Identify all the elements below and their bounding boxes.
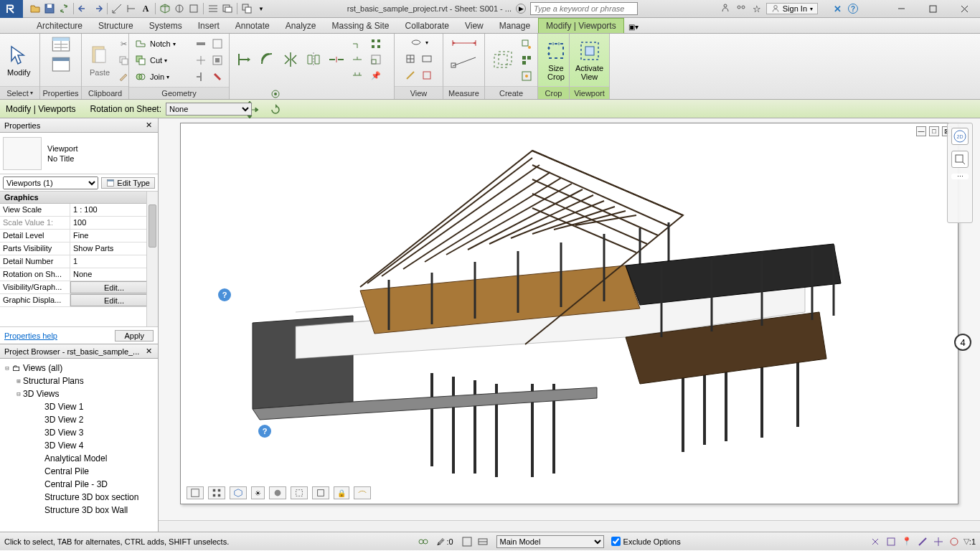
trim-corner-icon[interactable] — [350, 37, 364, 51]
measure-between-icon[interactable] — [450, 54, 479, 70]
app-logo[interactable] — [0, 0, 23, 18]
editable-only-icon[interactable] — [461, 535, 473, 548]
lock-3d-control[interactable]: 🔒 — [334, 486, 349, 499]
tree-item[interactable]: Central Pile - 3D — [1, 478, 156, 491]
sun-path-control[interactable]: ☀ — [251, 486, 265, 499]
modify-tool-button[interactable]: Modify — [4, 42, 33, 78]
trim-single-icon[interactable] — [350, 52, 364, 67]
offset-button[interactable] — [258, 50, 277, 69]
canvas-hscroll[interactable] — [159, 520, 980, 532]
detail-level-control[interactable] — [208, 486, 225, 499]
mirror-axis-button[interactable] — [281, 50, 300, 69]
customize-qat-icon[interactable]: ▼ — [255, 2, 268, 15]
exchange-icon[interactable]: ✕ — [831, 2, 844, 15]
select-links-icon[interactable] — [869, 535, 882, 548]
filter-icon[interactable]: ▽ — [963, 537, 969, 546]
undo-icon[interactable] — [77, 2, 90, 15]
sync-icon[interactable] — [57, 2, 70, 15]
viewport-maximize-icon[interactable]: □ — [929, 126, 939, 136]
align-button[interactable] — [235, 50, 254, 69]
linework-icon[interactable] — [420, 52, 434, 66]
steering-wheel-icon[interactable]: 2D — [951, 128, 969, 145]
copy-icon[interactable] — [116, 53, 131, 67]
tree-root[interactable]: ⊟🗀Views (all) — [1, 362, 156, 375]
tree-item[interactable]: Analytical Model — [1, 452, 156, 465]
drag-elements-icon[interactable] — [932, 535, 945, 548]
panel-select[interactable]: Select — [0, 86, 39, 99]
select-underlay-icon[interactable] — [885, 535, 897, 548]
edit-type-button[interactable]: Edit Type — [101, 177, 155, 189]
notch-icon[interactable] — [133, 37, 148, 51]
hide-icon[interactable] — [409, 35, 423, 50]
dimension-icon[interactable] — [450, 35, 479, 51]
zoom-region-icon[interactable] — [951, 151, 969, 168]
3d-icon[interactable] — [159, 2, 171, 15]
match-icon[interactable] — [116, 69, 131, 83]
select-face-icon[interactable] — [916, 535, 929, 548]
section-icon[interactable] — [173, 2, 186, 15]
crop-view-control[interactable] — [291, 486, 308, 499]
demolish-icon[interactable] — [420, 68, 434, 83]
open-icon[interactable] — [29, 2, 42, 15]
help-bubble-icon[interactable]: ? — [218, 288, 231, 301]
tree-item[interactable]: Structure 3D box Wall — [1, 504, 156, 517]
rotate-button[interactable] — [268, 103, 283, 117]
tree-item[interactable]: 3D View 1 — [1, 400, 156, 413]
pin-icon[interactable]: 📌 — [369, 68, 383, 83]
split-face-icon[interactable] — [194, 53, 208, 67]
tab-annotate[interactable]: Annotate — [227, 18, 278, 33]
tab-collaborate[interactable]: Collaborate — [397, 18, 457, 33]
drawing-canvas[interactable]: — □ ⊠ — [159, 118, 980, 532]
tree-structural-plans[interactable]: ⊞Structural Plans — [1, 375, 156, 387]
tab-view[interactable]: View — [457, 18, 491, 33]
prop-row[interactable]: Scale Value 1:100 — [0, 217, 158, 230]
create-assembly-icon[interactable] — [519, 69, 534, 83]
background-icon[interactable] — [948, 535, 961, 548]
help-icon[interactable]: ? — [847, 2, 859, 15]
shadows-control[interactable] — [269, 486, 286, 499]
tab-massing[interactable]: Massing & Site — [324, 18, 397, 33]
instance-filter[interactable]: Viewports (1) — [3, 176, 98, 189]
cut-icon[interactable]: ✂ — [116, 37, 131, 52]
join-icon[interactable] — [133, 70, 148, 84]
tree-item[interactable]: Structure 3D box section — [1, 491, 156, 504]
type-properties-button[interactable] — [50, 55, 72, 74]
tree-item[interactable]: 3D View 3 — [1, 426, 156, 439]
text-icon[interactable]: A — [139, 2, 152, 15]
workset-select[interactable]: Main Model — [496, 535, 604, 548]
create-parts-icon[interactable] — [519, 53, 534, 67]
tab-manage[interactable]: Manage — [491, 18, 538, 33]
close-browser-icon[interactable]: ✕ — [143, 347, 154, 357]
tree-item[interactable]: 3D View 4 — [1, 439, 156, 452]
copy-button[interactable] — [268, 87, 283, 101]
prop-row[interactable]: Detail Number1 — [0, 255, 158, 268]
type-selector[interactable]: ViewportNo Title — [0, 133, 158, 174]
subscription-icon[interactable] — [719, 2, 732, 15]
search-input[interactable] — [530, 2, 638, 15]
uncope-icon[interactable] — [210, 37, 225, 51]
prop-row[interactable]: View Scale1 : 100 — [0, 204, 158, 217]
align-icon[interactable] — [125, 2, 138, 15]
paste-button[interactable]: Paste — [86, 42, 113, 78]
prop-row[interactable]: Rotation on Sh...None — [0, 268, 158, 281]
create-similar-icon[interactable] — [519, 37, 534, 52]
tab-systems[interactable]: Systems — [141, 18, 190, 33]
minimize-button[interactable] — [885, 0, 917, 18]
viewport-minimize-icon[interactable]: — — [916, 126, 926, 136]
properties-button[interactable] — [50, 35, 72, 54]
displace-icon[interactable] — [403, 68, 418, 83]
visual-style-control[interactable] — [230, 486, 247, 499]
scale-icon[interactable] — [369, 52, 383, 67]
properties-help-link[interactable]: Properties help — [4, 331, 57, 340]
favorite-icon[interactable]: ☆ — [750, 2, 763, 15]
worksets-icon[interactable] — [417, 535, 430, 548]
prop-row[interactable]: Detail LevelFine — [0, 230, 158, 242]
beam-join-icon[interactable] — [194, 70, 208, 84]
activate-view-button[interactable]: Activate View — [574, 38, 605, 83]
ribbon-collapse-icon[interactable]: ▣▾ — [624, 21, 643, 33]
prop-row[interactable]: Visibility/Graph...Edit... — [0, 281, 158, 294]
tab-analyze[interactable]: Analyze — [278, 18, 324, 33]
sign-in-button[interactable]: Sign In ▾ — [766, 3, 818, 14]
array-icon[interactable] — [369, 37, 383, 51]
plan-icon[interactable] — [187, 2, 200, 15]
